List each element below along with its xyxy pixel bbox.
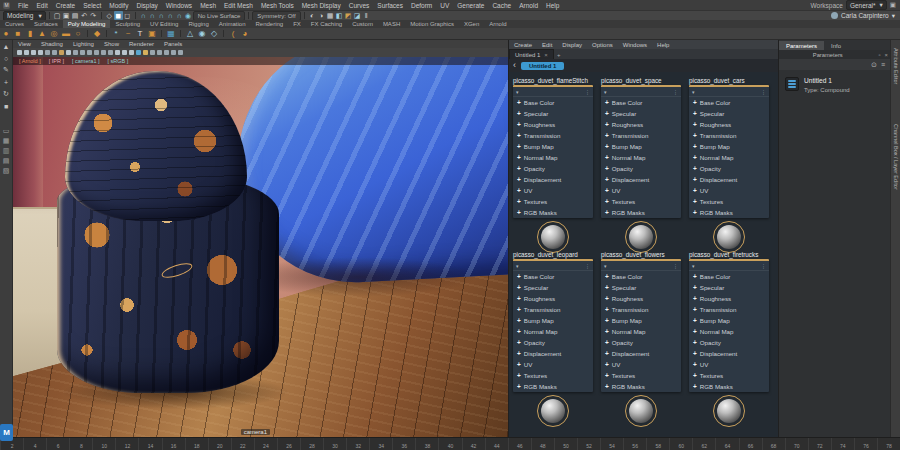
dock-tab-attribute-editor[interactable]: Attribute Editor bbox=[893, 48, 899, 84]
frame-tick[interactable]: 12 bbox=[115, 438, 138, 450]
expand-plus-icon[interactable]: + bbox=[693, 209, 697, 216]
attribute-row-uv[interactable]: +UV bbox=[513, 359, 593, 370]
attribute-row-textures[interactable]: +Textures bbox=[601, 370, 681, 381]
lock-camera-icon[interactable] bbox=[24, 50, 29, 55]
grid-icon[interactable] bbox=[66, 50, 71, 55]
menu-mesh[interactable]: Mesh bbox=[196, 2, 220, 9]
attribute-row-roughness[interactable]: +Roughness bbox=[689, 293, 769, 304]
frame-tick[interactable]: 36 bbox=[392, 438, 415, 450]
viewport-menu-show[interactable]: Show bbox=[99, 41, 124, 47]
menu-edit-mesh[interactable]: Edit Mesh bbox=[220, 2, 257, 9]
shelf-tab-curves[interactable]: Curves bbox=[0, 20, 29, 28]
attribute-row-displacement[interactable]: +Displacement bbox=[601, 174, 681, 185]
modeling-toolkit-icon[interactable]: ▦ bbox=[165, 28, 177, 39]
shelf-tab-xgen[interactable]: XGen bbox=[459, 20, 484, 28]
expand-plus-icon[interactable]: + bbox=[693, 328, 697, 335]
wireframe-on-shaded-icon[interactable] bbox=[129, 50, 134, 55]
outliner-persp-layout-icon[interactable]: ▧ bbox=[1, 166, 12, 176]
film-gate-icon[interactable] bbox=[73, 50, 78, 55]
attribute-row-displacement[interactable]: +Displacement bbox=[689, 348, 769, 359]
expand-plus-icon[interactable]: + bbox=[605, 187, 609, 194]
shelf-tab-rendering[interactable]: Rendering bbox=[250, 20, 288, 28]
expand-plus-icon[interactable]: + bbox=[605, 99, 609, 106]
attribute-row-transmission[interactable]: +Transmission bbox=[689, 304, 769, 315]
expand-plus-icon[interactable]: + bbox=[693, 339, 697, 346]
attribute-row-rgb-masks[interactable]: +RGB Masks bbox=[601, 207, 681, 218]
attribute-row-bump-map[interactable]: +Bump Map bbox=[513, 315, 593, 326]
frame-tick[interactable]: 40 bbox=[438, 438, 461, 450]
ao-icon[interactable] bbox=[157, 50, 162, 55]
expand-plus-icon[interactable]: + bbox=[517, 121, 521, 128]
attribute-row-roughness[interactable]: +Roughness bbox=[689, 119, 769, 130]
frame-tick[interactable]: 4 bbox=[23, 438, 46, 450]
sculpt-tool-icon[interactable]: * bbox=[110, 28, 122, 39]
expand-plus-icon[interactable]: + bbox=[605, 350, 609, 357]
dock-tab-channel-box-layer-editor[interactable]: Channel Box / Layer Editor bbox=[893, 124, 899, 190]
node-editor-menu-help[interactable]: Help bbox=[652, 42, 674, 48]
expand-plus-icon[interactable]: + bbox=[605, 165, 609, 172]
expand-plus-icon[interactable]: + bbox=[517, 187, 521, 194]
expand-plus-icon[interactable]: + bbox=[693, 372, 697, 379]
material-preview-sphere[interactable] bbox=[713, 395, 745, 427]
menu-arnold[interactable]: Arnold bbox=[515, 2, 542, 9]
menu-select[interactable]: Select bbox=[79, 2, 105, 9]
target-weld-icon[interactable]: ◉ bbox=[196, 28, 208, 39]
poly-disc-icon[interactable]: ○ bbox=[72, 28, 84, 39]
material-preview-sphere[interactable] bbox=[537, 221, 569, 253]
multi-cut-icon[interactable]: △ bbox=[184, 28, 196, 39]
material-preview-sphere[interactable] bbox=[713, 221, 745, 253]
expand-plus-icon[interactable]: + bbox=[517, 383, 521, 390]
shelf-tab-poly-modeling[interactable]: Poly Modeling bbox=[63, 20, 111, 28]
attribute-row-roughness[interactable]: +Roughness bbox=[601, 293, 681, 304]
menu-deform[interactable]: Deform bbox=[407, 2, 436, 9]
frame-tick[interactable]: 20 bbox=[208, 438, 231, 450]
close-icon[interactable]: × bbox=[544, 52, 548, 58]
frame-tick[interactable]: 48 bbox=[531, 438, 554, 450]
expand-plus-icon[interactable]: + bbox=[605, 132, 609, 139]
attribute-row-opacity[interactable]: +Opacity bbox=[513, 163, 593, 174]
rotate-tool[interactable]: ↻ bbox=[1, 88, 12, 100]
attribute-row-specular[interactable]: +Specular bbox=[513, 108, 593, 119]
menu-set-select[interactable]: Modeling ▾ bbox=[3, 11, 46, 21]
attribute-row-transmission[interactable]: +Transmission bbox=[513, 130, 593, 141]
expand-plus-icon[interactable]: + bbox=[693, 198, 697, 205]
menu-mesh-tools[interactable]: Mesh Tools bbox=[257, 2, 298, 9]
node-editor-menu-display[interactable]: Display bbox=[557, 42, 587, 48]
move-tool[interactable]: + bbox=[1, 76, 12, 88]
compound-list-item[interactable]: Untitled 1 Type: Compound bbox=[779, 70, 890, 100]
attribute-row-bump-map[interactable]: +Bump Map bbox=[689, 315, 769, 326]
attribute-row-normal-map[interactable]: +Normal Map bbox=[513, 152, 593, 163]
time-slider[interactable]: 2468101214161820222426283032343638404244… bbox=[0, 437, 900, 450]
node-editor-menu-windows[interactable]: Windows bbox=[618, 42, 652, 48]
menu-surfaces[interactable]: Surfaces bbox=[373, 2, 407, 9]
expand-plus-icon[interactable]: + bbox=[605, 328, 609, 335]
frame-tick[interactable]: 52 bbox=[577, 438, 600, 450]
shelf-tab-rigging[interactable]: Rigging bbox=[183, 20, 213, 28]
node-editor-menu-create[interactable]: Create bbox=[509, 42, 537, 48]
tab-info[interactable]: Info bbox=[824, 41, 848, 50]
expand-plus-icon[interactable]: + bbox=[693, 383, 697, 390]
frame-tick[interactable]: 46 bbox=[508, 438, 531, 450]
attribute-row-base-color[interactable]: +Base Color bbox=[689, 271, 769, 282]
attribute-row-displacement[interactable]: +Displacement bbox=[689, 174, 769, 185]
expand-plus-icon[interactable]: + bbox=[605, 121, 609, 128]
shelf-tab-fx-caching[interactable]: FX Caching bbox=[306, 20, 347, 28]
attribute-row-uv[interactable]: +UV bbox=[601, 359, 681, 370]
viewport-3d-scene[interactable]: [ Arnold ][ IPR ][ camera1 ][ sRGB ] cam… bbox=[13, 57, 508, 437]
attribute-row-specular[interactable]: +Specular bbox=[689, 108, 769, 119]
attribute-row-textures[interactable]: +Textures bbox=[513, 370, 593, 381]
motion-blur-icon[interactable] bbox=[164, 50, 169, 55]
material-node-picasso-duvet-firetrucks[interactable]: picasso_duvet_firetrucks▾⋮+Base Color+Sp… bbox=[689, 250, 769, 427]
menu-uv[interactable]: UV bbox=[436, 2, 453, 9]
material-preview-sphere[interactable] bbox=[625, 395, 657, 427]
expand-plus-icon[interactable]: + bbox=[693, 110, 697, 117]
snap-to-grid-icon[interactable]: ∩ bbox=[139, 11, 148, 20]
attribute-row-specular[interactable]: +Specular bbox=[513, 282, 593, 293]
menu-edit[interactable]: Edit bbox=[32, 2, 51, 9]
frame-tick[interactable]: 78 bbox=[877, 438, 900, 450]
material-preview-sphere[interactable] bbox=[625, 221, 657, 253]
expand-plus-icon[interactable]: + bbox=[517, 176, 521, 183]
menu-modify[interactable]: Modify bbox=[105, 2, 132, 9]
multisampling-icon[interactable] bbox=[171, 50, 176, 55]
expand-plus-icon[interactable]: + bbox=[517, 198, 521, 205]
